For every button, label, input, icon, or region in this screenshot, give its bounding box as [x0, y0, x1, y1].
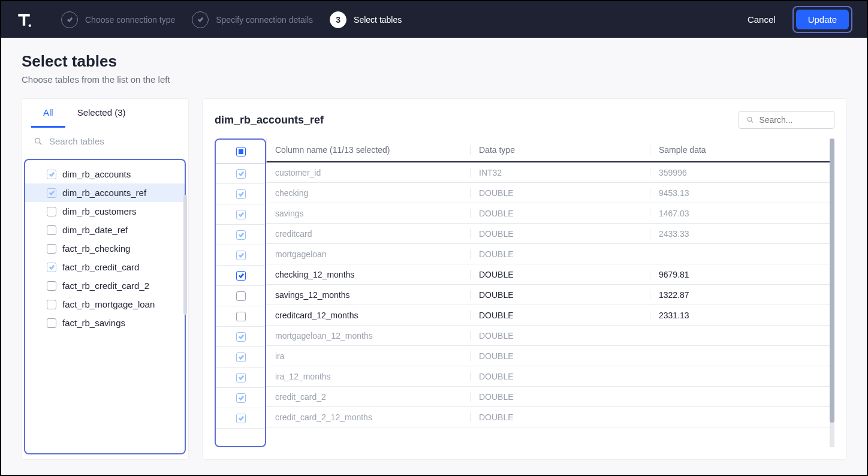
column-checkbox[interactable] [236, 169, 246, 179]
column-checkbox[interactable] [236, 271, 246, 281]
column-type: DOUBLE [470, 351, 650, 361]
column-row: creditcardDOUBLE2433.33 [266, 224, 830, 244]
table-checkbox[interactable] [47, 207, 56, 216]
table-label: dim_rb_customers [62, 206, 136, 216]
step-label: Select tables [354, 15, 402, 25]
search-columns-input[interactable] [759, 115, 827, 125]
table-label: fact_rb_mortgage_loan [62, 299, 155, 309]
column-sample: 359996 [650, 168, 830, 177]
tab-selected[interactable]: Selected (3) [65, 99, 138, 128]
column-checkbox[interactable] [236, 210, 246, 219]
table-item[interactable]: dim_rb_accounts [25, 165, 185, 183]
column-type: DOUBLE [470, 209, 650, 218]
column-checkbox[interactable] [236, 312, 246, 321]
table-item[interactable]: dim_rb_date_ref [25, 221, 185, 239]
table-title: dim_rb_accounts_ref [215, 114, 324, 126]
header-data-type: Data type [470, 145, 650, 155]
column-row: credit_card_2_12_monthsDOUBLE [266, 407, 830, 427]
column-row: ira_12_monthsDOUBLE [266, 366, 830, 387]
step-number: 3 [330, 11, 346, 28]
column-checkbox[interactable] [236, 393, 246, 403]
column-row: savingsDOUBLE1467.03 [266, 203, 830, 224]
search-icon [34, 137, 43, 146]
column-sample: 2331.13 [650, 311, 830, 320]
column-name: savings [266, 209, 470, 218]
svg-line-2 [40, 143, 41, 144]
table-label: dim_rb_accounts_ref [62, 188, 146, 198]
search-tables-input[interactable] [49, 136, 176, 146]
logo-icon [16, 11, 32, 28]
column-name: checking_12_months [266, 270, 470, 279]
column-checkbox[interactable] [236, 373, 246, 382]
table-checkbox[interactable] [47, 170, 56, 179]
column-row: creditcard_12_monthsDOUBLE2331.13 [266, 305, 830, 326]
column-row: customer_idINT32359996 [266, 162, 830, 183]
step-label: Specify connection details [216, 15, 313, 25]
step-2[interactable]: Specify connection details [192, 11, 313, 28]
column-checkbox[interactable] [236, 332, 246, 342]
table-item[interactable]: fact_rb_savings [25, 314, 185, 332]
column-row: mortgageloan_12_monthsDOUBLE [266, 326, 830, 346]
table-label: fact_rb_credit_card [62, 262, 139, 272]
column-checkbox[interactable] [236, 230, 246, 240]
tab-all[interactable]: All [31, 99, 65, 128]
table-checkbox[interactable] [47, 225, 56, 235]
table-item[interactable]: dim_rb_accounts_ref [25, 183, 185, 202]
page-title: Select tables [22, 52, 846, 71]
table-checkbox[interactable] [47, 263, 56, 272]
table-item[interactable]: fact_rb_mortgage_loan [25, 295, 185, 314]
column-sample: 9679.81 [650, 270, 830, 279]
column-checkbox[interactable] [236, 291, 246, 301]
table-label: fact_rb_credit_card_2 [62, 281, 149, 291]
step-3[interactable]: 3 Select tables [330, 11, 402, 28]
column-checkbox[interactable] [236, 414, 246, 423]
scrollbar[interactable] [183, 195, 187, 315]
column-type: DOUBLE [470, 311, 650, 320]
column-type: DOUBLE [470, 229, 650, 239]
update-button[interactable]: Update [796, 10, 849, 29]
tables-panel: All Selected (3) dim_rb_accountsdim_rb_a… [22, 99, 188, 459]
column-checkbox[interactable] [236, 189, 246, 199]
table-item[interactable]: dim_rb_customers [25, 202, 185, 221]
table-checkbox[interactable] [47, 188, 56, 198]
svg-point-3 [748, 118, 752, 122]
column-checkbox-highlight [215, 138, 266, 447]
column-type: DOUBLE [470, 331, 650, 341]
table-item[interactable]: fact_rb_checking [25, 239, 185, 258]
svg-line-4 [751, 121, 753, 123]
column-row: savings_12_monthsDOUBLE1322.87 [266, 285, 830, 305]
svg-point-1 [35, 138, 40, 143]
step-label: Choose connection type [85, 15, 175, 25]
table-label: dim_rb_date_ref [62, 225, 128, 235]
header-sample: Sample data [650, 145, 830, 155]
table-label: dim_rb_accounts [62, 169, 131, 179]
table-checkbox[interactable] [47, 318, 56, 328]
column-name: creditcard_12_months [266, 311, 470, 320]
column-row: checkingDOUBLE9453.13 [266, 183, 830, 203]
tables-list: dim_rb_accountsdim_rb_accounts_refdim_rb… [24, 159, 186, 454]
step-1[interactable]: Choose connection type [61, 11, 175, 28]
column-row: mortgageloanDOUBLE [266, 244, 830, 264]
column-type: INT32 [470, 168, 650, 177]
column-name: ira_12_months [266, 372, 470, 381]
column-name: mortgageloan_12_months [266, 331, 470, 341]
table-item[interactable]: fact_rb_credit_card_2 [25, 276, 185, 295]
column-type: DOUBLE [470, 372, 650, 381]
table-checkbox[interactable] [47, 300, 56, 309]
column-checkbox[interactable] [236, 251, 246, 260]
search-columns[interactable] [739, 111, 834, 129]
table-label: fact_rb_checking [62, 243, 130, 254]
table-item[interactable]: fact_rb_credit_card [25, 258, 185, 276]
cancel-button[interactable]: Cancel [740, 10, 783, 29]
column-name: ira [266, 351, 470, 361]
column-checkbox[interactable] [236, 353, 246, 362]
table-label: fact_rb_savings [62, 318, 125, 328]
page-subtitle: Choose tables from the list on the left [22, 74, 846, 85]
check-icon [192, 11, 209, 28]
table-checkbox[interactable] [47, 244, 56, 254]
table-checkbox[interactable] [47, 281, 56, 291]
column-row: checking_12_monthsDOUBLE9679.81 [266, 264, 830, 285]
select-all-checkbox[interactable] [236, 147, 246, 156]
scrollbar[interactable] [830, 138, 834, 447]
column-name: credit_card_2_12_months [266, 412, 470, 422]
